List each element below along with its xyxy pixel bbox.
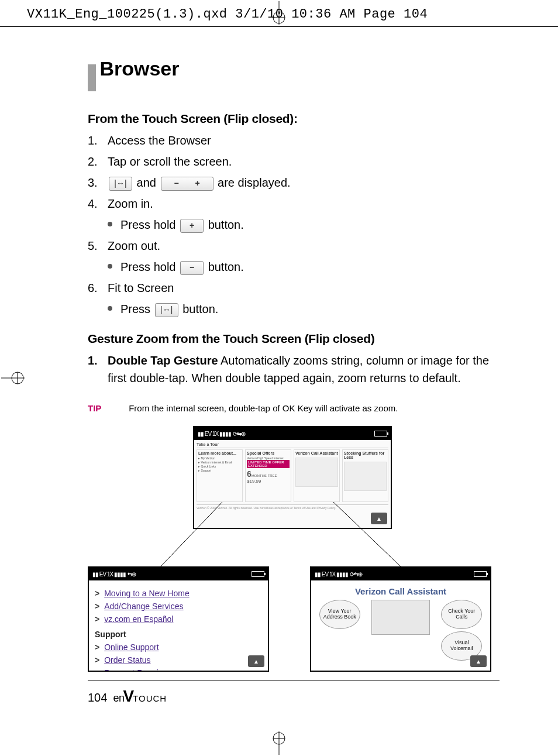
zoom-image-content: Verizon Call Assistant View Your Address… xyxy=(311,580,490,664)
link-order-status[interactable]: Order Status xyxy=(95,655,262,665)
zoom-list: Moving to a New Home Add/Change Services… xyxy=(89,580,268,672)
gesture-list: 1. Double Tap Gesture Automatically zoom… xyxy=(88,352,500,387)
scroll-up-button[interactable]: ▲ xyxy=(248,655,264,667)
status-bar: ▮▮ EV 1X ▮▮▮▮ ⟳⇆⊕ xyxy=(194,427,391,440)
battery-icon xyxy=(474,571,487,577)
scroll-up-button[interactable]: ▲ xyxy=(470,655,487,667)
zoom-image-caption: Verizon Call Assistant xyxy=(315,586,487,596)
step-6: 6.Fit to Screen Press |↔| button. xyxy=(88,279,500,318)
link-add-change[interactable]: Add/Change Services xyxy=(95,602,262,611)
step-1: 1.Access the Browser xyxy=(88,132,500,149)
bubble-check-calls: Check Your Calls xyxy=(441,600,482,629)
print-slug: VX11K_Eng_100225(1.3).qxd 3/1/10 10:36 A… xyxy=(0,0,558,27)
fit-width-icon-2: |↔| xyxy=(155,303,178,317)
tip-row: TIP From the internal screen, double-tap… xyxy=(88,403,500,413)
tip-text: From the internal screen, double-tap of … xyxy=(129,403,398,413)
subhead-touchscreen: From the Touch Screen (Flip closed): xyxy=(88,112,500,126)
verizon-sidebar: Learn more about... ▸ My Verizon ▸ Veriz… xyxy=(197,449,243,502)
scroll-up-button[interactable]: ▲ xyxy=(371,513,387,524)
signal-icon: ▮▮ EV 1X ▮▮▮▮ ⇆⊕ xyxy=(92,571,136,578)
step-4: 4.Zoom in. Press hold + button. xyxy=(88,195,500,233)
minus-icon: − xyxy=(180,261,204,275)
link-request-repair[interactable]: Request Repair xyxy=(95,668,262,672)
link-online-support[interactable]: Online Support xyxy=(95,642,262,652)
step-2: 2.Tap or scroll the screen. xyxy=(88,153,500,170)
battery-icon xyxy=(374,431,387,437)
step-3: 3. |↔| and −+ are displayed. xyxy=(88,174,500,191)
signal-icon: ▮▮ EV 1X ▮▮▮▮ ⟳⇆⊕ xyxy=(198,431,245,437)
fit-width-icon: |↔| xyxy=(109,177,132,191)
page-number: 104 xyxy=(88,691,107,705)
page-body: Browser From the Touch Screen (Flip clos… xyxy=(0,27,558,701)
step-5-sub: Press hold − button. xyxy=(108,258,500,276)
phone-screenshot-zoom-text: ▮▮ EV 1X ▮▮▮▮ ⇆⊕ Moving to a New Home Ad… xyxy=(88,566,269,672)
title-row: Browser xyxy=(88,57,500,98)
verizon-page: Take a Tour Learn more about... ▸ My Ver… xyxy=(194,440,391,528)
page-footer: 104 enVTOUCH xyxy=(88,681,500,706)
title-accent-bar xyxy=(88,64,96,91)
laptop-graphic xyxy=(371,600,430,635)
verizon-offers: Special Offers Verizon High Speed Intern… xyxy=(245,449,291,502)
verizon-call-assistant: Verizon Call Assistant xyxy=(294,449,340,502)
status-bar: ▮▮ EV 1X ▮▮▮▮ ⟳⇆⊕ xyxy=(311,568,490,580)
phone-screenshot-zoom-image: ▮▮ EV 1X ▮▮▮▮ ⟳⇆⊕ Verizon Call Assistant… xyxy=(310,566,491,672)
page-title: Browser xyxy=(99,57,179,80)
brand-logo: enVTOUCH xyxy=(113,687,167,706)
link-espanol[interactable]: vz.com en Español xyxy=(95,614,262,624)
crop-mark-bottom xyxy=(267,731,291,755)
step-5: 5.Zoom out. Press hold − button. xyxy=(88,237,500,276)
subhead-gesture: Gesture Zoom from the Touch Screen (Flip… xyxy=(88,332,500,346)
plus-icon: + xyxy=(180,219,204,233)
gesture-step-1: 1. Double Tap Gesture Automatically zoom… xyxy=(88,352,500,387)
figure-block: ▮▮ EV 1X ▮▮▮▮ ⟳⇆⊕ Take a Tour Learn more… xyxy=(88,426,500,678)
tip-label: TIP xyxy=(88,403,126,413)
zoom-minus-plus-icon: −+ xyxy=(161,177,213,191)
step-6-sub: Press |↔| button. xyxy=(108,300,500,318)
svg-point-4 xyxy=(273,733,285,744)
phone-screenshot-main: ▮▮ EV 1X ▮▮▮▮ ⟳⇆⊕ Take a Tour Learn more… xyxy=(193,426,392,529)
battery-icon xyxy=(252,571,264,577)
status-bar: ▮▮ EV 1X ▮▮▮▮ ⇆⊕ xyxy=(89,568,268,580)
bubble-address-book: View Your Address Book xyxy=(319,600,360,629)
verizon-stocking: Stocking Stuffers for Less xyxy=(342,449,388,502)
step-4-sub: Press hold + button. xyxy=(108,216,500,233)
group-support: Support xyxy=(95,630,262,639)
link-moving[interactable]: Moving to a New Home xyxy=(95,589,262,598)
signal-icon: ▮▮ EV 1X ▮▮▮▮ ⟳⇆⊕ xyxy=(315,571,362,578)
steps-list: 1.Access the Browser 2.Tap or scroll the… xyxy=(88,132,500,318)
